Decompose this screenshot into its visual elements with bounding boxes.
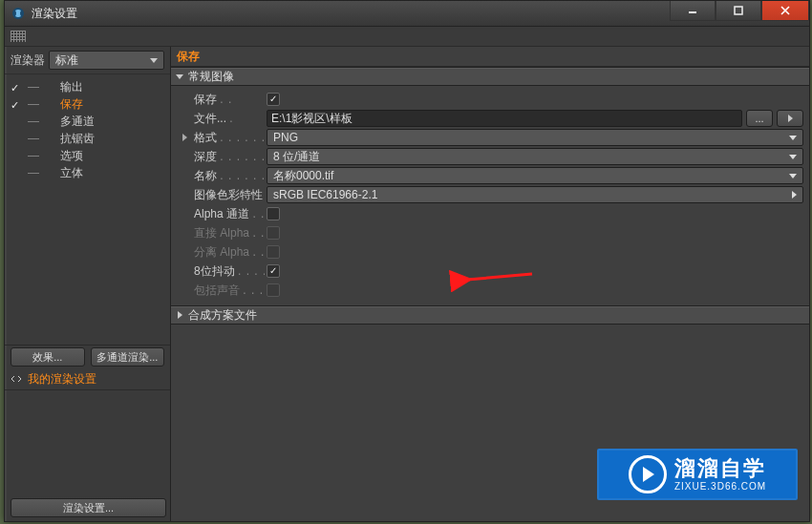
my-render-settings-label: 我的渲染设置: [28, 371, 96, 388]
svg-rect-2: [735, 7, 742, 14]
toolbar: [5, 27, 809, 47]
watermark-logo: 溜溜自学 ZIXUE.3D66.COM: [597, 449, 798, 500]
sidebar-item-multipass[interactable]: — 多通道: [5, 113, 170, 130]
chevron-down-icon: [789, 155, 797, 159]
titlebar: 渲染设置: [5, 1, 809, 27]
save-checkbox[interactable]: [267, 93, 280, 106]
color-profile-select[interactable]: sRGB IEC61966-2.1: [267, 186, 803, 203]
chevron-down-icon: [789, 174, 797, 178]
play-icon: [788, 115, 793, 122]
renderer-value: 标准: [55, 52, 78, 69]
render-settings-button[interactable]: 渲染设置...: [11, 498, 166, 517]
alpha-label: Alpha 通道: [194, 207, 249, 220]
format-value: PNG: [273, 131, 298, 144]
sidebar-item-antialiasing[interactable]: — 抗锯齿: [5, 130, 170, 147]
sidebar-nav: — 输出 — 保存 — 多通道 — 抗锯齿 — 选项: [5, 74, 170, 182]
expand-icon: [11, 373, 22, 385]
content-panel: 保存 常规图像 保存 . . 文件... . E:\1影视区\: [171, 47, 809, 521]
separate-alpha-label: 分离 Alpha: [194, 245, 249, 259]
format-select[interactable]: PNG: [267, 129, 803, 146]
name-select[interactable]: 名称0000.tif: [267, 167, 803, 184]
render-settings-window: 渲染设置 渲染器 标准: [4, 0, 810, 522]
close-button[interactable]: [761, 1, 809, 21]
svg-rect-1: [689, 11, 696, 13]
multipass-render-button[interactable]: 多通道渲染...: [91, 347, 165, 367]
depth-select[interactable]: 8 位/通道: [267, 148, 803, 165]
chevron-right-icon: [178, 311, 182, 319]
dither-checkbox[interactable]: [267, 264, 280, 278]
browse-button[interactable]: ...: [746, 110, 773, 127]
include-sound-label: 包括声音: [194, 283, 240, 297]
section-compositing-label: 合成方案文件: [188, 307, 257, 324]
chevron-right-icon[interactable]: [182, 134, 187, 141]
content-header: 保存: [171, 47, 809, 67]
sidebar-item-stereo[interactable]: — 立体: [5, 164, 170, 181]
color-profile-label: 图像色彩特性: [194, 188, 263, 201]
name-value: 名称0000.tif: [273, 168, 333, 184]
sidebar-item-options[interactable]: — 选项: [5, 147, 170, 164]
window-title: 渲染设置: [32, 6, 670, 22]
effects-button[interactable]: 效果...: [11, 347, 85, 367]
renderer-label: 渲染器: [11, 52, 45, 69]
separate-alpha-checkbox: [267, 245, 280, 259]
section-compositing[interactable]: 合成方案文件: [171, 305, 809, 325]
regular-image-form: 保存 . . 文件... . E:\1影视区\样板 ...: [171, 86, 809, 305]
file-label: 文件...: [194, 112, 226, 125]
include-sound-checkbox: [267, 283, 280, 297]
renderer-select[interactable]: 标准: [49, 51, 164, 70]
sidebar-item-output[interactable]: — 输出: [5, 78, 170, 95]
name-label: 名称: [194, 169, 217, 182]
straight-alpha-label: 直接 Alpha: [194, 226, 249, 240]
watermark-sub: ZIXUE.3D66.COM: [674, 481, 766, 492]
file-play-button[interactable]: [777, 110, 803, 127]
grid-icon[interactable]: [11, 31, 26, 42]
app-icon: [11, 6, 26, 21]
watermark-play-icon: [629, 455, 667, 493]
chevron-down-icon: [176, 74, 183, 79]
sidebar: 渲染器 标准 — 输出 — 保存 — 多通道: [5, 47, 171, 521]
section-regular-label: 常规图像: [188, 69, 234, 85]
my-render-settings-row[interactable]: 我的渲染设置: [5, 368, 170, 390]
straight-alpha-checkbox: [267, 226, 280, 240]
sidebar-item-save[interactable]: — 保存: [5, 95, 170, 113]
depth-value: 8 位/通道: [273, 149, 320, 165]
format-label: 格式: [194, 131, 217, 144]
chevron-down-icon: [150, 58, 158, 63]
color-profile-value: sRGB IEC61966-2.1: [273, 188, 377, 201]
alpha-channel-checkbox[interactable]: [267, 207, 280, 220]
minimize-button[interactable]: [670, 1, 716, 21]
file-path-input[interactable]: E:\1影视区\样板: [267, 110, 742, 127]
save-label: 保存: [194, 93, 217, 106]
section-regular-image[interactable]: 常规图像: [171, 67, 809, 86]
depth-label: 深度: [194, 150, 217, 163]
watermark-main: 溜溜自学: [674, 457, 766, 480]
dither-label: 8位抖动: [194, 264, 235, 278]
chevron-right-icon: [792, 191, 797, 199]
chevron-down-icon: [789, 136, 797, 140]
maximize-button[interactable]: [716, 1, 761, 21]
